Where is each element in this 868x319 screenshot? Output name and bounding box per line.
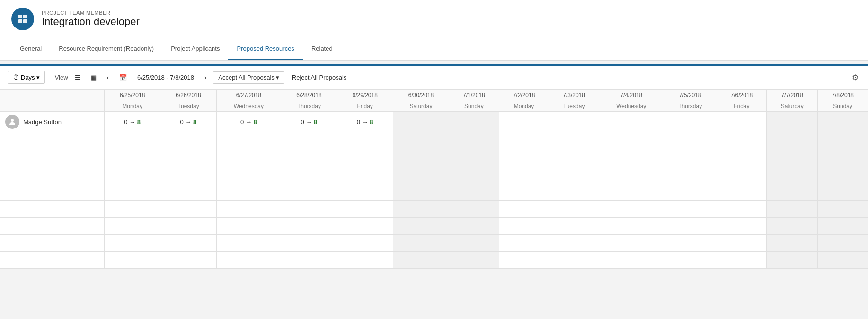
empty-cell (767, 149, 818, 166)
empty-cell (393, 149, 449, 166)
tab-proposed-resources[interactable]: Proposed Resources (228, 38, 302, 60)
list-view-button[interactable]: ☰ (71, 72, 84, 83)
empty-cell (449, 183, 499, 201)
day-header-2: Wednesday (216, 101, 281, 112)
empty-cell (105, 235, 160, 252)
empty-cell (818, 235, 868, 252)
empty-cell (664, 183, 717, 201)
date-range-label: 6/25/2018 - 7/8/2018 (133, 74, 198, 81)
col-header-8: 7/3/2018 (549, 90, 599, 101)
col-header-3: 6/28/2018 (281, 90, 337, 101)
empty-cell (599, 132, 664, 149)
empty-cell (499, 183, 549, 201)
grid-table: 6/25/2018 6/26/2018 6/27/2018 6/28/2018 … (0, 89, 868, 269)
header-text: PROJECT TEAM MEMBER Integration develope… (42, 10, 140, 28)
main-content: ⏱ Days ▾ View ☰ ▦ ‹ 📅 6/25/2018 - 7/8/20… (0, 64, 868, 269)
empty-cell (549, 235, 599, 252)
date-header-row: 6/25/2018 6/26/2018 6/27/2018 6/28/2018 … (0, 90, 868, 101)
day-header-4: Friday (337, 101, 393, 112)
prev-button[interactable]: ‹ (103, 72, 113, 83)
empty-cell (105, 166, 160, 183)
empty-cell (717, 235, 767, 252)
grid-view-button[interactable]: ▦ (87, 72, 100, 83)
day-header-1: Tuesday (160, 101, 216, 112)
tab-general[interactable]: General (11, 38, 50, 60)
accept-all-button[interactable]: Accept All Proposals ▾ (213, 71, 284, 84)
cell-value (818, 112, 868, 132)
cell-value (499, 112, 549, 132)
empty-cell (216, 149, 281, 166)
empty-cell (216, 132, 281, 149)
calendar-icon: 📅 (119, 74, 127, 81)
empty-cell (717, 132, 767, 149)
name-col-header (0, 90, 105, 101)
empty-cell (160, 166, 216, 183)
empty-cell (599, 149, 664, 166)
days-dropdown[interactable]: ⏱ Days ▾ (8, 71, 45, 84)
empty-cell (599, 218, 664, 235)
empty-cell (549, 132, 599, 149)
reject-all-button[interactable]: Reject All Proposals (287, 72, 352, 83)
chevron-right-icon: › (204, 74, 206, 81)
page-header: PROJECT TEAM MEMBER Integration develope… (0, 0, 868, 38)
empty-cell (160, 201, 216, 218)
empty-cell (767, 235, 818, 252)
day-header-13: Sunday (818, 101, 868, 112)
empty-cell (449, 149, 499, 166)
empty-cell (216, 235, 281, 252)
cell-value (767, 112, 818, 132)
empty-cell (499, 132, 549, 149)
empty-cell (337, 235, 393, 252)
header-title: Integration developer (42, 16, 140, 28)
day-header-6: Sunday (449, 101, 499, 112)
tab-resource-requirement[interactable]: Resource Requirement (Readonly) (50, 38, 162, 60)
empty-cell (337, 183, 393, 201)
tab-project-applicants[interactable]: Project Applicants (162, 38, 228, 60)
empty-cell (449, 132, 499, 149)
day-header-11: Friday (717, 101, 767, 112)
empty-cell (337, 166, 393, 183)
col-header-10: 7/5/2018 (664, 90, 717, 101)
empty-cell (767, 218, 818, 235)
empty-cell (393, 183, 449, 201)
empty-cell (717, 183, 767, 201)
calendar-button[interactable]: 📅 (115, 72, 131, 83)
col-header-11: 7/6/2018 (717, 90, 767, 101)
cell-value (549, 112, 599, 132)
empty-cell (281, 252, 337, 269)
tab-related[interactable]: Related (303, 38, 341, 60)
empty-cell (337, 201, 393, 218)
grid-icon: ▦ (91, 74, 97, 81)
day-header-9: Wednesday (599, 101, 664, 112)
empty-cell (393, 132, 449, 149)
resource-grid: 6/25/2018 6/26/2018 6/27/2018 6/28/2018 … (0, 89, 868, 269)
empty-cell (393, 252, 449, 269)
empty-cell (664, 218, 717, 235)
empty-cell (818, 132, 868, 149)
empty-cell (281, 201, 337, 218)
empty-cell (767, 183, 818, 201)
empty-row (0, 252, 868, 269)
empty-cell (105, 201, 160, 218)
cell-value (664, 112, 717, 132)
empty-cell (281, 149, 337, 166)
col-header-13: 7/8/2018 (818, 90, 868, 101)
cell-value: 0 → 8 (337, 112, 393, 132)
empty-cell (393, 201, 449, 218)
chevron-left-icon: ‹ (107, 74, 109, 81)
avatar (5, 115, 19, 129)
empty-cell (549, 149, 599, 166)
empty-cell (449, 201, 499, 218)
empty-cell (549, 201, 599, 218)
empty-cell (281, 132, 337, 149)
empty-cell (818, 252, 868, 269)
empty-cell (105, 132, 160, 149)
empty-cell (449, 235, 499, 252)
next-button[interactable]: › (201, 72, 210, 83)
empty-row (0, 183, 868, 201)
empty-row (0, 218, 868, 235)
empty-cell (499, 149, 549, 166)
empty-cell (499, 201, 549, 218)
view-label: View (55, 74, 68, 81)
settings-button[interactable]: ⚙ (850, 71, 860, 84)
